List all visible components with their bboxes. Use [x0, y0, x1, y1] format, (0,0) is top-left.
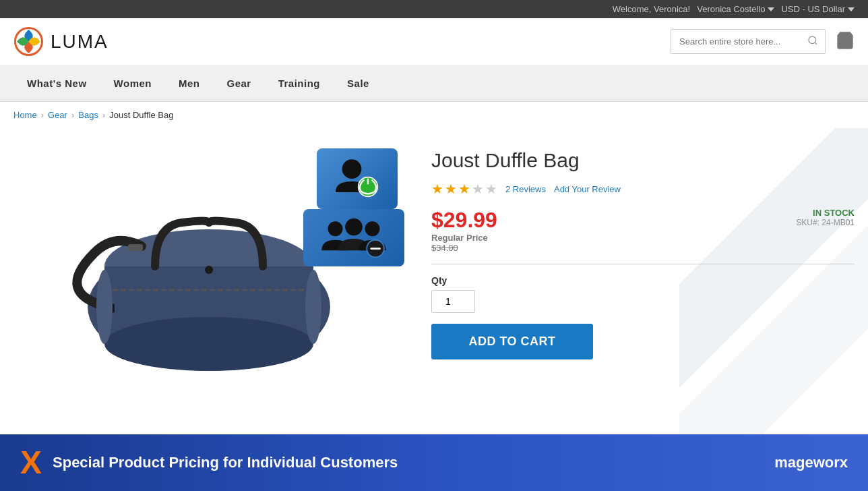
add-review-link[interactable]: Add Your Review [554, 184, 621, 194]
svg-point-1 [809, 36, 816, 44]
logo[interactable]: LUMA [13, 26, 108, 57]
search-box [671, 29, 826, 54]
star-5: ★ [485, 181, 497, 197]
chevron-down-icon [768, 6, 774, 13]
product-image [61, 172, 357, 401]
search-button[interactable] [801, 30, 825, 53]
product-image-area [13, 142, 404, 432]
overlay-popup-1 [317, 148, 398, 209]
svg-point-12 [305, 270, 321, 344]
svg-line-2 [815, 42, 817, 45]
currency-label: USD - US Dollar [781, 4, 845, 14]
star-4: ★ [472, 181, 484, 197]
regular-price-value: $34.00 [431, 243, 458, 253]
breadcrumb-home[interactable]: Home [13, 110, 37, 120]
svg-rect-10 [128, 244, 143, 251]
welcome-message: Welcome, Veronica! [613, 4, 690, 14]
star-3: ★ [458, 181, 470, 197]
regular-price-label: Regular Price [431, 233, 497, 243]
cart-icon [836, 31, 855, 50]
star-2: ★ [445, 181, 457, 197]
nav-item-sale[interactable]: Sale [334, 65, 383, 101]
breadcrumb-sep-3: › [102, 110, 105, 120]
nav-item-gear[interactable]: Gear [213, 65, 264, 101]
main-nav: What's New Women Men Gear Training Sale [0, 65, 868, 102]
qty-section: Qty [431, 275, 855, 313]
search-icon [807, 35, 818, 46]
main-content: Joust Duffle Bag ★ ★ ★ ★ ★ 2 Reviews Add… [0, 128, 868, 445]
svg-point-15 [342, 159, 362, 179]
qty-label: Qty [431, 275, 855, 286]
breadcrumb-sep-1: › [41, 110, 44, 120]
sale-price: $29.99 [431, 208, 497, 233]
nav-item-women[interactable]: Women [100, 65, 165, 101]
add-to-cart-button[interactable]: Add to Cart [431, 324, 593, 359]
breadcrumb-sep-2: › [71, 110, 74, 120]
stock-info: IN STOCK SKU#: 24-MB01 [796, 208, 855, 227]
breadcrumb-bags[interactable]: Bags [78, 110, 98, 120]
sku-info: SKU#: 24-MB01 [796, 218, 855, 227]
user-name: Veronica Costello [697, 4, 765, 14]
nav-item-whats-new[interactable]: What's New [13, 65, 100, 101]
rating-row: ★ ★ ★ ★ ★ 2 Reviews Add Your Review [431, 181, 855, 197]
header: LUMA [0, 18, 868, 65]
overlay-popup-2 [303, 209, 404, 266]
sku-label: SKU#: [796, 218, 819, 227]
logo-text: LUMA [51, 31, 108, 53]
svg-point-19 [365, 221, 380, 236]
nav-item-men[interactable]: Men [165, 65, 214, 101]
user-power-icon [330, 155, 384, 202]
group-minus-icon [317, 214, 391, 262]
product-details: Joust Duffle Bag ★ ★ ★ ★ ★ 2 Reviews Add… [431, 142, 855, 432]
header-right [671, 29, 855, 54]
product-title: Joust Duffle Bag [431, 148, 855, 173]
price-section: $29.99 Regular Price $34.00 IN STOCK SKU… [431, 208, 855, 253]
breadcrumb-current: Joust Duffle Bag [109, 110, 173, 120]
logo-icon [13, 26, 44, 57]
svg-point-17 [328, 221, 343, 236]
chevron-down-icon [848, 6, 855, 13]
bottom-banner: X Special Product Pricing for Individual… [0, 434, 868, 445]
nav-item-training[interactable]: Training [265, 65, 334, 101]
cart-button[interactable] [836, 31, 855, 52]
breadcrumb: Home › Gear › Bags › Joust Duffle Bag [0, 102, 868, 128]
svg-point-13 [205, 266, 213, 274]
price-divider [431, 264, 855, 264]
search-input[interactable] [671, 31, 801, 52]
stock-status: IN STOCK [796, 208, 855, 218]
svg-point-7 [104, 317, 313, 371]
breadcrumb-gear[interactable]: Gear [48, 110, 67, 120]
svg-point-18 [345, 218, 363, 235]
svg-point-11 [96, 270, 113, 344]
star-rating: ★ ★ ★ ★ ★ [431, 181, 497, 197]
currency-dropdown[interactable]: USD - US Dollar [781, 4, 855, 14]
top-bar: Welcome, Veronica! Veronica Costello USD… [0, 0, 868, 18]
sku-value: 24-MB01 [822, 218, 855, 227]
qty-input[interactable] [431, 290, 475, 313]
reviews-link[interactable]: 2 Reviews [505, 184, 546, 194]
user-dropdown[interactable]: Veronica Costello [697, 4, 774, 14]
star-1: ★ [431, 181, 443, 197]
regular-price-block: Regular Price $34.00 [431, 233, 497, 253]
